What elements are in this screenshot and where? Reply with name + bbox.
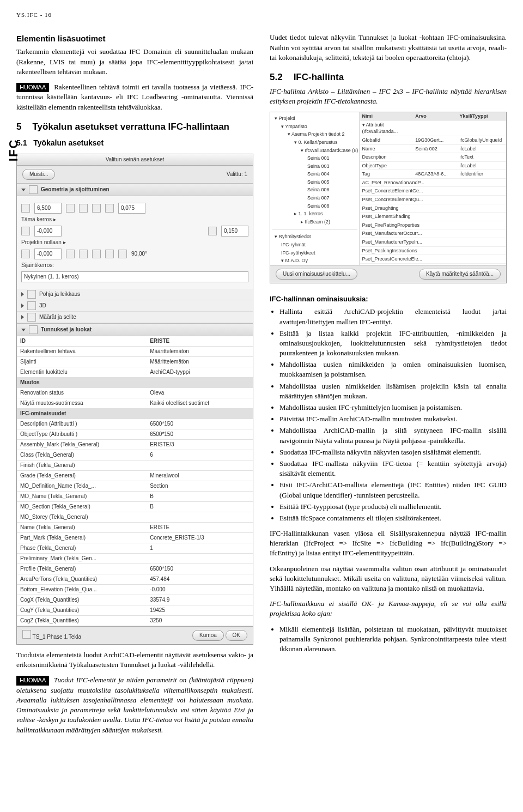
elev-input[interactable]: -0,000 bbox=[34, 226, 62, 237]
tree-item[interactable]: ▾ 0. Kellari/perustus bbox=[272, 138, 357, 147]
tree-item[interactable]: ▾ Ryhmitystiedot bbox=[272, 233, 357, 241]
table-row[interactable]: CogX (Tekla_Quantities)33574.9 bbox=[17, 595, 253, 605]
layers2-icon[interactable] bbox=[79, 204, 88, 213]
shape3-icon[interactable] bbox=[92, 250, 101, 258]
table-row[interactable]: MO_Definition_Name (Tekla_...Section bbox=[17, 481, 253, 492]
prop-row[interactable]: AC_Pset_RenovationAndP... bbox=[360, 179, 506, 187]
tree-item[interactable]: Seinä 007 bbox=[272, 194, 357, 202]
table-row[interactable]: Elementin luokitteluArchiCAD-tyyppi bbox=[17, 367, 253, 378]
table-row[interactable]: Assembly_Mark (Tekla_General)ERISTE/3 bbox=[17, 440, 253, 450]
row-pohja[interactable]: Pohja ja leikkaus bbox=[17, 289, 253, 300]
prop-row[interactable]: Pset_ProductRequirements bbox=[360, 264, 506, 265]
tree-item[interactable]: ▾ Ympäristö bbox=[272, 123, 357, 131]
kumoa-button[interactable]: Kumoa bbox=[192, 630, 224, 641]
table-row[interactable]: Rakenteellinen tehtäväMäärittelemätön bbox=[17, 347, 253, 357]
tree-item[interactable]: Seinä 004 bbox=[272, 170, 357, 178]
table-row[interactable]: Näytä muutos-suotimessaKaikki oleelliset… bbox=[17, 398, 253, 409]
table-row[interactable]: SijaintiMäärittelemätön bbox=[17, 357, 253, 367]
prop-row[interactable]: ▾ Attributit (IfcWallStanda... bbox=[360, 121, 506, 136]
disclosure-icon[interactable] bbox=[21, 189, 26, 191]
shape1-icon[interactable] bbox=[66, 250, 75, 258]
table-row[interactable]: Preliminary_Mark (Tekla_Gen... bbox=[17, 554, 253, 564]
row-maarat[interactable]: Määrät ja selite bbox=[17, 312, 253, 323]
prop-row[interactable]: Tag48GA33A8-6...ifcIdentifier bbox=[360, 170, 506, 179]
tree-item[interactable]: IFC-ryhmät bbox=[272, 241, 357, 249]
properties-panel[interactable]: Nimi Arvo Yksil/Tyyppi ▾ Attributit (Ifc… bbox=[360, 112, 506, 265]
shape4-icon[interactable] bbox=[105, 250, 114, 258]
thickness-input[interactable]: 0,075 bbox=[118, 203, 145, 214]
apply-rule-button[interactable]: Käytä määriteltyä sääntöä... bbox=[419, 269, 501, 280]
tree-item[interactable]: IFC-vyöhykkeet bbox=[272, 249, 357, 257]
disclosure-icon bbox=[21, 315, 24, 319]
hierarchy-tree[interactable]: ▾ Projekti▾ Ympäristö▾ Asema Projektin t… bbox=[270, 112, 360, 265]
layers-icon[interactable] bbox=[66, 204, 75, 213]
height-input[interactable]: 6,500 bbox=[34, 203, 62, 214]
elev2-input[interactable]: -0,000 bbox=[34, 249, 62, 259]
table-row[interactable]: AreaPerTons (Tekla_Quantities)457.484 bbox=[17, 574, 253, 585]
tama-kerros-label[interactable]: Tämä kerros ▸ bbox=[21, 216, 56, 223]
table-row[interactable]: ObjectType (Attribuutti )6500*150 bbox=[17, 429, 253, 440]
tree-item[interactable]: Seinä 006 bbox=[272, 186, 357, 194]
shape2-icon[interactable] bbox=[79, 250, 88, 258]
table-row[interactable]: Phase (Tekla_General)1 bbox=[17, 543, 253, 554]
muisti-button[interactable]: Muisti... bbox=[22, 169, 55, 180]
list-item: Hallinta esittää ArchiCAD-projektin elem… bbox=[279, 307, 507, 326]
layer-select[interactable]: TS_1 Phase 1.Tekla bbox=[22, 630, 81, 641]
ok-button[interactable]: OK bbox=[226, 630, 247, 641]
tree-item[interactable]: ▸ IfcBeam (2) bbox=[272, 218, 357, 226]
tree-item[interactable]: ▾ IfcWallStandardCase (8) bbox=[272, 147, 357, 155]
tree-item[interactable]: Seinä 005 bbox=[272, 178, 357, 186]
table-row[interactable]: Name (Tekla_General)ERISTE bbox=[17, 523, 253, 533]
prop-row[interactable]: NameSeinä 002ifcLabel bbox=[360, 145, 506, 154]
row-3d[interactable]: 3D bbox=[17, 300, 253, 312]
table-row[interactable]: Part_Mark (Tekla_General)Concrete_ERISTE… bbox=[17, 533, 253, 543]
table-row[interactable]: Renovation statusOleva bbox=[17, 388, 253, 398]
geom-section-header[interactable]: Geometria ja sijoittuminen bbox=[17, 183, 253, 196]
list-item: Mahdollistaa uusien IFC-ryhmittelyjen lu… bbox=[279, 403, 507, 413]
prop-row[interactable]: Pset_ConcreteElementGe... bbox=[360, 187, 506, 196]
list-item: Mahdollistaa ArchiCAD-mallin ja siitä sy… bbox=[279, 426, 507, 445]
tree-item[interactable]: ▾ Projekti bbox=[272, 114, 357, 123]
sijaintikerros-label: Sijaintikerros: bbox=[21, 262, 54, 269]
table-row[interactable]: Profile (Tekla_General)6500*150 bbox=[17, 564, 253, 574]
prop-row[interactable]: Pset_Draughting bbox=[360, 204, 506, 213]
table-row[interactable]: Description (Attribuutti )6500*150 bbox=[17, 419, 253, 429]
new-property-button[interactable]: Uusi ominaisuus/luokittelu... bbox=[276, 269, 357, 280]
prop-row[interactable]: ObjectTypeifcLabel bbox=[360, 162, 506, 171]
tree-item[interactable]: Seinä 003 bbox=[272, 162, 357, 171]
prop-row[interactable]: Pset_ManufacturerTypeIn... bbox=[360, 238, 506, 247]
prop-row[interactable]: Pset_ConcreteElementQu... bbox=[360, 196, 506, 204]
prop-row[interactable]: Pset_FireRatingProperties bbox=[360, 221, 506, 230]
table-row[interactable]: MO_Section (Tekla_General)B bbox=[17, 502, 253, 512]
tree-item[interactable]: Seinä 001 bbox=[272, 154, 357, 162]
prop-row[interactable]: Pset_ManufacturerOccurr... bbox=[360, 229, 506, 238]
table-row[interactable]: Finish (Tekla_General) bbox=[17, 460, 253, 471]
table-row[interactable]: Bottom_Elevation (Tekla_Qua...-0.000 bbox=[17, 585, 253, 595]
table-row[interactable]: MO_Storey (Tekla_General) bbox=[17, 512, 253, 523]
prop-row[interactable]: GlobalId19G30Gert...ifcGloballyUniqueId bbox=[360, 136, 506, 145]
table-row[interactable]: Class (Tekla_General)6 bbox=[17, 450, 253, 460]
huomaa-label-1: HUOMAA bbox=[16, 83, 49, 92]
table-row[interactable]: IFC-ominaisuudet bbox=[17, 409, 253, 419]
proj-nollaan-label[interactable]: Projektin nollaan ▸ bbox=[21, 239, 66, 246]
prop-row[interactable]: DescriptionifcText bbox=[360, 153, 506, 162]
layers3-icon[interactable] bbox=[92, 204, 101, 213]
table-row[interactable]: CogY (Tekla_Quantities)19425 bbox=[17, 605, 253, 616]
tree-item[interactable]: ▸ 1. 1. kerros bbox=[272, 210, 357, 218]
prop-row[interactable]: Pset_ElementShading bbox=[360, 213, 506, 221]
table-row[interactable]: CogZ (Tekla_Quantities)3250 bbox=[17, 616, 253, 626]
table-row[interactable]: Muutos bbox=[17, 378, 253, 388]
huomaa-label-2: HUOMAA bbox=[16, 676, 49, 685]
story-select[interactable]: Nykyinen (1. 1. kerros) bbox=[21, 271, 248, 282]
table-row[interactable]: MO_Name (Tekla_General)B bbox=[17, 492, 253, 502]
offset-input[interactable]: 0,150 bbox=[221, 226, 248, 237]
table-row[interactable]: Grade (Tekla_General)Mineralwool bbox=[17, 471, 253, 481]
prop-row[interactable]: Pset_PrecastConcreteEle... bbox=[360, 255, 506, 264]
height-icon bbox=[21, 204, 30, 213]
disclosure-icon bbox=[21, 329, 26, 331]
tree-item[interactable]: ▾ M.A.D. Oy bbox=[272, 257, 357, 265]
row-tunnukset[interactable]: Tunnukset ja luokat bbox=[17, 323, 253, 336]
tree-item[interactable]: ▾ Asema Projektin tiedot 2 bbox=[272, 130, 357, 138]
prop-row[interactable]: Pset_PackingInstructions bbox=[360, 247, 506, 256]
tree-item[interactable]: Seinä 008 bbox=[272, 202, 357, 210]
